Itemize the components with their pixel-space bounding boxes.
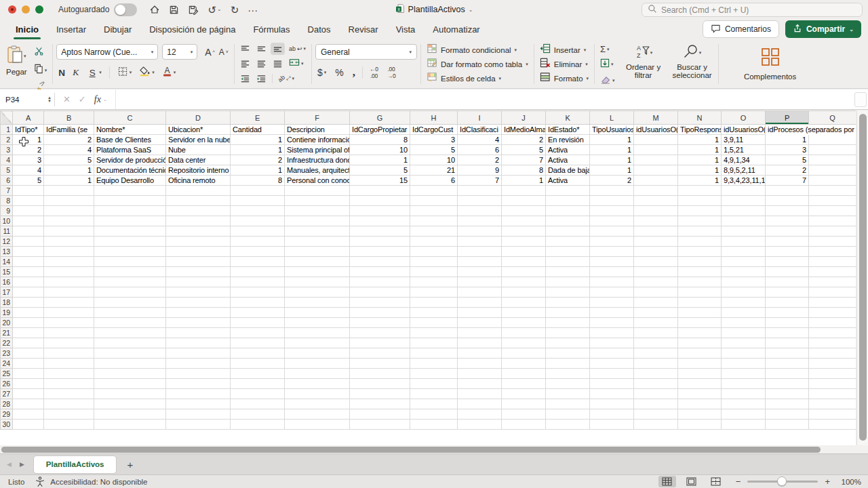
tab-revisar[interactable]: Revisar xyxy=(340,20,387,39)
cell-D9[interactable] xyxy=(166,206,231,216)
cell-I12[interactable] xyxy=(458,237,502,247)
fill-color-button[interactable]: ▾ xyxy=(137,64,157,81)
close-window-button[interactable] xyxy=(8,5,16,14)
cell-M5[interactable] xyxy=(634,165,678,176)
cell-F8[interactable] xyxy=(285,196,350,206)
cell-C22[interactable] xyxy=(94,338,166,348)
cell-P26[interactable] xyxy=(766,379,809,389)
cell-C26[interactable] xyxy=(94,379,166,389)
cell-I7[interactable] xyxy=(458,186,502,196)
cell-O24[interactable] xyxy=(722,359,766,369)
row-header-15[interactable]: 15 xyxy=(1,267,13,277)
zoom-in-button[interactable]: + xyxy=(825,476,830,487)
cell-L1[interactable]: TipoUsuarios xyxy=(590,125,634,135)
cell-H29[interactable] xyxy=(410,409,458,420)
cell-B19[interactable] xyxy=(44,308,94,318)
column-header-C[interactable]: C xyxy=(94,111,166,125)
minimize-window-button[interactable] xyxy=(22,5,30,14)
row-header-26[interactable]: 26 xyxy=(1,379,13,389)
cell-I5[interactable]: 9 xyxy=(458,165,502,176)
cell-D13[interactable] xyxy=(166,247,231,257)
row-header-10[interactable]: 10 xyxy=(1,216,13,226)
cell-K12[interactable] xyxy=(546,237,590,247)
cell-P1[interactable]: idProcesos (separados por c xyxy=(766,125,809,135)
cell-Q13[interactable] xyxy=(809,247,856,257)
cell-J23[interactable] xyxy=(502,348,546,359)
row-header-8[interactable]: 8 xyxy=(1,196,13,206)
cell-J30[interactable] xyxy=(502,420,546,430)
cell-B25[interactable] xyxy=(44,369,94,379)
cell-F16[interactable] xyxy=(285,277,350,287)
redo-button[interactable]: ↻ xyxy=(231,5,239,15)
cell-E14[interactable] xyxy=(231,257,285,267)
cell-O20[interactable] xyxy=(722,318,766,328)
wrap-text-button[interactable]: ab↩▾ xyxy=(287,44,308,54)
cell-G30[interactable] xyxy=(350,420,410,430)
cell-K26[interactable] xyxy=(546,379,590,389)
cell-P23[interactable] xyxy=(766,348,809,359)
cell-F5[interactable]: Manuales, arquitecturas xyxy=(285,165,350,176)
cell-Q20[interactable] xyxy=(809,318,856,328)
cell-N4[interactable]: 1 xyxy=(678,155,722,165)
italic-button[interactable]: K xyxy=(71,66,81,79)
cell-Q26[interactable] xyxy=(809,379,856,389)
cell-M18[interactable] xyxy=(634,298,678,308)
cell-B29[interactable] xyxy=(44,409,94,420)
cell-M22[interactable] xyxy=(634,338,678,348)
cell-G4[interactable]: 1 xyxy=(350,155,410,165)
cell-B11[interactable] xyxy=(44,226,94,237)
column-header-F[interactable]: F xyxy=(285,111,350,125)
cell-F9[interactable] xyxy=(285,206,350,216)
cell-L13[interactable] xyxy=(590,247,634,257)
cell-H21[interactable] xyxy=(410,328,458,338)
cell-J11[interactable] xyxy=(502,226,546,237)
cell-H3[interactable]: 5 xyxy=(410,145,458,155)
sheet-tab-plantillaactivos[interactable]: PlantillaActivos xyxy=(34,456,117,473)
save-as-icon[interactable] xyxy=(188,5,199,15)
column-header-P[interactable]: P xyxy=(766,111,809,125)
formula-bar-expand[interactable] xyxy=(854,92,867,107)
cell-J3[interactable]: 5 xyxy=(502,145,546,155)
cell-B10[interactable] xyxy=(44,216,94,226)
cell-K9[interactable] xyxy=(546,206,590,216)
cell-O8[interactable] xyxy=(722,196,766,206)
column-header-D[interactable]: D xyxy=(166,111,231,125)
horizontal-scrollbar-thumb[interactable] xyxy=(1,447,821,453)
column-header-N[interactable]: N xyxy=(678,111,722,125)
cell-L23[interactable] xyxy=(590,348,634,359)
align-center-button[interactable] xyxy=(254,58,269,70)
tab-automatizar[interactable]: Automatizar xyxy=(424,20,488,39)
cell-H13[interactable] xyxy=(410,247,458,257)
row-header-1[interactable]: 1 xyxy=(1,125,13,135)
cell-E12[interactable] xyxy=(231,237,285,247)
cell-J14[interactable] xyxy=(502,257,546,267)
row-header-12[interactable]: 12 xyxy=(1,237,13,247)
cell-J4[interactable]: 7 xyxy=(502,155,546,165)
cell-C27[interactable] xyxy=(94,389,166,399)
increase-decimal-button[interactable]: .00→0 xyxy=(385,66,398,79)
cell-B4[interactable]: 5 xyxy=(44,155,94,165)
cell-C20[interactable] xyxy=(94,318,166,328)
cell-I8[interactable] xyxy=(458,196,502,206)
cell-I14[interactable] xyxy=(458,257,502,267)
cell-E3[interactable]: 1 xyxy=(231,145,285,155)
cell-Q29[interactable] xyxy=(809,409,856,420)
cell-I27[interactable] xyxy=(458,389,502,399)
cell-P19[interactable] xyxy=(766,308,809,318)
cell-N30[interactable] xyxy=(678,420,722,430)
row-header-16[interactable]: 16 xyxy=(1,277,13,287)
cell-J8[interactable] xyxy=(502,196,546,206)
cell-L10[interactable] xyxy=(590,216,634,226)
cell-H24[interactable] xyxy=(410,359,458,369)
fill-button[interactable]: ▾ xyxy=(598,57,617,72)
cell-B15[interactable] xyxy=(44,267,94,277)
cell-J2[interactable]: 2 xyxy=(502,135,546,145)
cell-C30[interactable] xyxy=(94,420,166,430)
cell-O5[interactable]: 8,9,5,2,11 xyxy=(722,165,766,176)
cell-N25[interactable] xyxy=(678,369,722,379)
cell-O6[interactable]: 9,3,4,23,11,1 xyxy=(722,176,766,186)
cell-N24[interactable] xyxy=(678,359,722,369)
cell-J7[interactable] xyxy=(502,186,546,196)
cell-M12[interactable] xyxy=(634,237,678,247)
cell-G18[interactable] xyxy=(350,298,410,308)
